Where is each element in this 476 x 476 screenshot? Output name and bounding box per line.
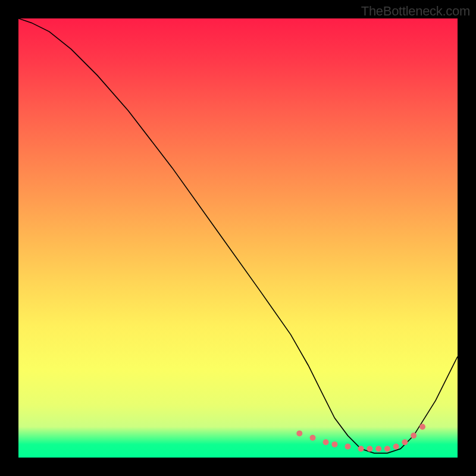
marker-dot [345, 444, 351, 450]
marker-dot [384, 446, 390, 452]
marker-dot [375, 446, 381, 452]
plot-area [18, 18, 458, 458]
marker-dots [296, 424, 425, 452]
marker-dot [310, 435, 316, 441]
marker-dot [419, 424, 425, 430]
watermark-text: TheBottleneck.com [361, 4, 470, 19]
marker-dot [367, 446, 372, 452]
marker-dot [331, 441, 337, 447]
marker-dot [296, 430, 302, 436]
bottleneck-curve [18, 18, 458, 453]
marker-dot [402, 439, 408, 445]
marker-dot [323, 439, 329, 445]
marker-dot [358, 446, 364, 452]
marker-dot [393, 444, 399, 450]
marker-dot [411, 433, 416, 439]
chart-svg [18, 18, 458, 458]
